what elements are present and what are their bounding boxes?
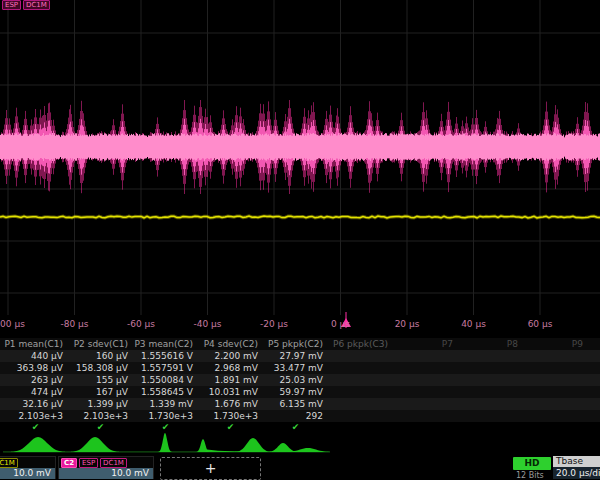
measure-value [588, 362, 600, 374]
measure-value [523, 362, 588, 374]
histicons[interactable] [0, 432, 600, 455]
c2-label: C2 [61, 458, 77, 468]
measure-value [523, 398, 588, 410]
param-header-p8[interactable]: P8 [458, 338, 523, 350]
timebase-label: Tbase [553, 456, 600, 467]
measure-value: 292 [263, 410, 328, 422]
measure-value [393, 374, 458, 386]
measure-value [393, 386, 458, 398]
param-header-p6[interactable]: P6 pkpk(C3) [328, 338, 393, 350]
measure-value [588, 386, 600, 398]
measure-row: 263 µV155 µV1.550084 V1.891 mV25.03 mV [0, 374, 600, 386]
param-header-p2[interactable]: P2 sdev(C1) [68, 338, 133, 350]
channel-c2-descriptor[interactable]: C2 ESP DC1M 10.0 mV [58, 456, 154, 479]
measure-value: 1.730e+3 [198, 410, 263, 422]
param-header-p4[interactable]: P4 sdev(C2) [198, 338, 263, 350]
measure-value: 27.97 mV [263, 350, 328, 362]
measure-value: 33.477 mV [263, 362, 328, 374]
measure-value: 1.339 mV [133, 398, 198, 410]
measure-value: 25.03 mV [263, 374, 328, 386]
timebase-descriptor[interactable]: Tbase 20.0 µs/div [553, 456, 600, 479]
measure-value [393, 410, 458, 422]
measure-value [393, 398, 458, 410]
measure-value [588, 398, 600, 410]
measure-value: 155 µV [68, 374, 133, 386]
time-axis: -100 µs-80 µs-60 µs-40 µs-20 µs0 µs20 µs… [0, 316, 600, 332]
measure-value [328, 350, 393, 362]
measure-value [523, 374, 588, 386]
measure-row: 474 µV167 µV1.558645 V10.031 mV59.97 mV [0, 386, 600, 398]
param-header-p7[interactable]: P7 [393, 338, 458, 350]
measure-value: 1.558645 V [133, 386, 198, 398]
measure-value: 167 µV [68, 386, 133, 398]
measure-value: 160 µV [68, 350, 133, 362]
measure-value [588, 410, 600, 422]
histicon-p2[interactable] [71, 437, 119, 452]
c2-esp-badge: ESP [79, 458, 98, 468]
measure-value [458, 374, 523, 386]
axis-tick-label: -40 µs [194, 319, 222, 329]
histicon-p5[interactable] [268, 443, 332, 452]
param-header-p9[interactable]: P9 [523, 338, 588, 350]
measure-value [458, 350, 523, 362]
measure-value [393, 350, 458, 362]
measure-value [523, 386, 588, 398]
measure-value [458, 362, 523, 374]
histicon-p1[interactable] [11, 437, 65, 452]
measure-value: 1.555616 V [133, 350, 198, 362]
measure-value: 2.200 mV [198, 350, 263, 362]
axis-tick-label: -60 µs [127, 319, 155, 329]
axis-tick-label: 20 µs [395, 319, 420, 329]
measure-value: 363.98 µV [3, 362, 68, 374]
measure-value [458, 398, 523, 410]
measure-value: 158.308 µV [68, 362, 133, 374]
esp-badge: ESP [2, 0, 21, 10]
add-trace-button[interactable]: + [160, 457, 261, 480]
axis-tick-label: -100 µs [0, 319, 25, 329]
c1-vdiv-value: 10.0 mV [0, 468, 55, 479]
param-header-p5[interactable]: P5 pkpk(C2) [263, 338, 328, 350]
measure-value [523, 350, 588, 362]
param-header-p10[interactable]: P10 [588, 338, 600, 350]
measure-value [588, 374, 600, 386]
waveform-plot [0, 0, 600, 334]
measure-value [393, 362, 458, 374]
measure-value: 2.968 mV [198, 362, 263, 374]
measure-value [523, 410, 588, 422]
hd-mode-badge[interactable]: HD [513, 457, 551, 470]
plus-icon: + [205, 460, 217, 476]
axis-tick-label: -80 µs [61, 319, 89, 329]
measure-value [588, 350, 600, 362]
measure-value: 1.550084 V [133, 374, 198, 386]
c1-coupling-badge: DC1M [0, 458, 18, 468]
measure-value: 1.730e+3 [133, 410, 198, 422]
oscilloscope-screen: ESP DC1M -100 µs-80 µs-60 µs-40 µs-20 µs… [0, 0, 600, 480]
axis-tick-label: 40 µs [461, 319, 486, 329]
measure-value: 2.103e+3 [68, 410, 133, 422]
axis-tick-label: -20 µs [260, 319, 288, 329]
active-trace-tag[interactable]: ESP DC1M [2, 0, 50, 10]
measure-value [328, 374, 393, 386]
histicon-p4[interactable] [196, 438, 271, 452]
axis-tick-label: 0 µs [331, 319, 350, 329]
c2-vdiv-value: 10.0 mV [59, 468, 153, 479]
measure-value: 1.399 µV [68, 398, 133, 410]
measure-value [458, 410, 523, 422]
measure-value: 1.891 mV [198, 374, 263, 386]
measure-value: 10.031 mV [198, 386, 263, 398]
measure-value [458, 386, 523, 398]
measurement-table: P1 mean(C1)P2 sdev(C1)P3 mean(C2)P4 sdev… [0, 338, 600, 422]
channel-c1-descriptor[interactable]: C1 DC1M 10.0 mV [0, 456, 56, 479]
param-header-p3[interactable]: P3 mean(C2) [133, 338, 198, 350]
measure-value [328, 362, 393, 374]
c2-noise-trace-core [1, 133, 600, 161]
bit-depth-label: 12 Bits [516, 471, 544, 480]
param-header-p1[interactable]: P1 mean(C1) [3, 338, 68, 350]
measure-row: 32.16 µV1.399 µV1.339 mV1.676 mV6.135 mV [0, 398, 600, 410]
axis-tick-label: 60 µs [528, 319, 553, 329]
measure-value: 1.557591 V [133, 362, 198, 374]
measure-value: 2.103e+3 [3, 410, 68, 422]
measure-row: 2.103e+32.103e+31.730e+31.730e+3292 [0, 410, 600, 422]
measure-value [328, 410, 393, 422]
histicon-p3[interactable] [158, 433, 171, 452]
